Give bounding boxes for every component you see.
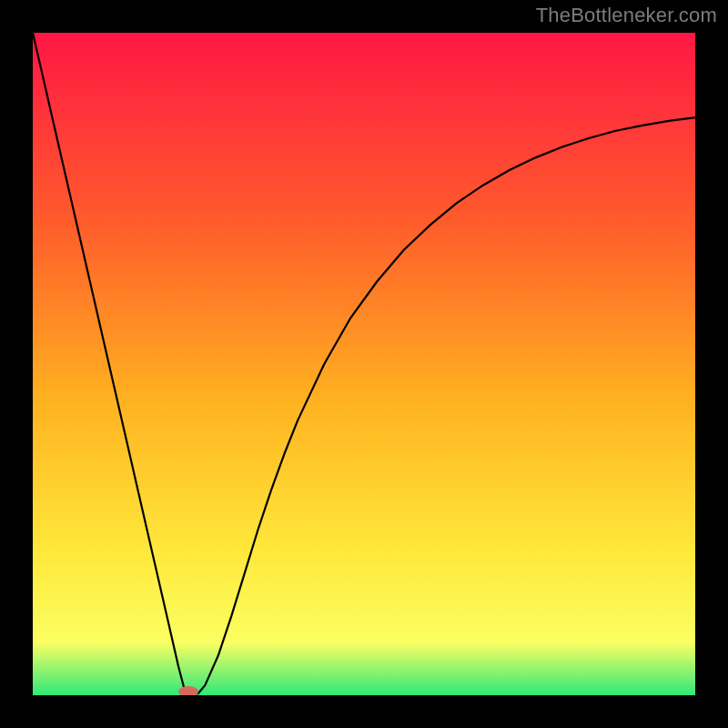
chart-frame: TheBottleneker.com — [0, 0, 728, 728]
attribution-text: TheBottleneker.com — [536, 4, 717, 27]
gradient-background — [33, 33, 695, 695]
bottleneck-chart — [33, 33, 695, 695]
plot-area — [33, 33, 695, 695]
